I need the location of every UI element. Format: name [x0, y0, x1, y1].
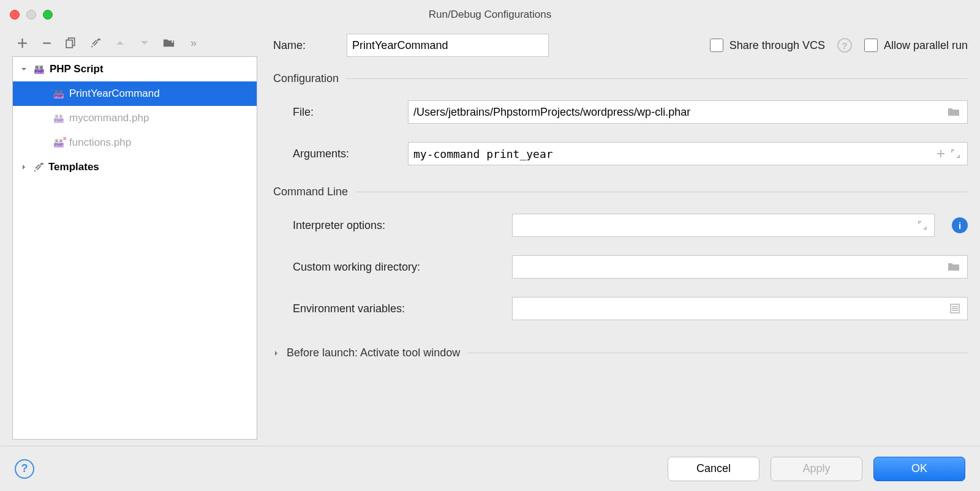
interpreter-options-input[interactable]: [518, 219, 918, 232]
svg-rect-1: [66, 40, 72, 48]
tree-item-label: mycommand.php: [69, 112, 149, 124]
window-title: Run/Debug Configurations: [429, 9, 551, 21]
maximize-window-button[interactable]: [43, 10, 53, 20]
tree-item-printyearcommand[interactable]: ▣▣PHP PrintYearCommand: [13, 81, 257, 106]
disclosure-icon: [19, 164, 29, 170]
disclosure-icon: [273, 350, 279, 356]
add-macro-icon[interactable]: [937, 149, 945, 158]
wrench-icon: [32, 161, 45, 173]
browse-folder-icon[interactable]: [948, 262, 960, 272]
before-launch-section-header[interactable]: Before launch: Activate tool window: [273, 347, 968, 359]
tree-group-label: Templates: [48, 161, 99, 173]
ok-button[interactable]: OK: [873, 457, 965, 481]
interpreter-options-label: Interpreter options:: [293, 219, 501, 232]
allow-parallel-checkbox[interactable]: Allow parallel run: [864, 39, 968, 52]
section-label: Command Line: [273, 186, 348, 198]
folder-button[interactable]: [163, 37, 175, 49]
add-config-button[interactable]: [16, 37, 28, 49]
tree-item-functions[interactable]: ▣▣PHP functions.php: [13, 130, 257, 155]
cwd-input[interactable]: [518, 261, 948, 274]
env-input[interactable]: [518, 302, 950, 315]
tree-group-php-script[interactable]: ▣▣PHP PHP Script: [13, 57, 257, 81]
arguments-label: Arguments:: [293, 148, 397, 160]
cwd-field[interactable]: [512, 255, 968, 279]
section-label: Before launch: Activate tool window: [287, 347, 460, 359]
minimize-window-button[interactable]: [26, 10, 36, 20]
tree-group-label: PHP Script: [50, 63, 104, 75]
env-field[interactable]: [512, 297, 968, 320]
php-icon: ▣▣PHP: [32, 64, 46, 75]
more-toolbar-button[interactable]: »: [187, 37, 200, 49]
name-label: Name:: [273, 39, 334, 52]
php-deleted-icon: ▣▣PHP: [52, 137, 66, 148]
cancel-button[interactable]: Cancel: [668, 457, 760, 481]
expand-icon[interactable]: [918, 221, 927, 230]
configurations-tree[interactable]: ▣▣PHP PHP Script ▣▣PHP PrintYearCommand …: [12, 56, 257, 440]
arguments-input[interactable]: [413, 148, 937, 160]
browse-folder-icon[interactable]: [948, 107, 960, 117]
move-up-button[interactable]: [114, 37, 126, 49]
help-icon[interactable]: ?: [837, 38, 852, 53]
expand-icon[interactable]: [951, 149, 960, 158]
apply-button[interactable]: Apply: [771, 457, 862, 481]
env-label: Environment variables:: [293, 302, 501, 315]
configuration-section-header: Configuration: [273, 72, 968, 85]
commandline-section-header: Command Line: [273, 186, 968, 198]
file-field[interactable]: [408, 100, 968, 124]
tree-group-templates[interactable]: Templates: [13, 155, 257, 179]
name-input[interactable]: [352, 39, 543, 52]
interpreter-options-field[interactable]: [512, 214, 935, 237]
share-vcs-label: Share through VCS: [729, 39, 825, 52]
arguments-field[interactable]: [408, 142, 968, 165]
name-field[interactable]: [347, 34, 549, 57]
edit-templates-button[interactable]: [89, 37, 102, 49]
move-down-button[interactable]: [138, 37, 151, 49]
info-icon[interactable]: i: [952, 217, 968, 233]
disclosure-icon: [19, 66, 29, 72]
tree-toolbar: »: [12, 29, 257, 56]
cwd-label: Custom working directory:: [293, 261, 501, 274]
remove-config-button[interactable]: [40, 37, 53, 49]
tree-item-mycommand[interactable]: ▣▣PHP mycommand.php: [13, 106, 257, 130]
tree-item-label: functions.php: [69, 137, 131, 149]
list-icon[interactable]: [950, 304, 960, 313]
copy-config-button[interactable]: [65, 37, 77, 49]
titlebar: Run/Debug Configurations: [0, 0, 980, 29]
close-window-button[interactable]: [10, 10, 20, 20]
php-icon: ▣▣PHP: [52, 88, 66, 99]
help-button[interactable]: ?: [15, 459, 34, 479]
file-label: File:: [293, 106, 397, 119]
file-input[interactable]: [413, 106, 948, 119]
share-vcs-checkbox[interactable]: Share through VCS: [710, 39, 825, 52]
section-label: Configuration: [273, 72, 339, 85]
php-icon: ▣▣PHP: [52, 113, 66, 124]
allow-parallel-label: Allow parallel run: [884, 39, 968, 52]
tree-item-label: PrintYearCommand: [69, 88, 160, 100]
